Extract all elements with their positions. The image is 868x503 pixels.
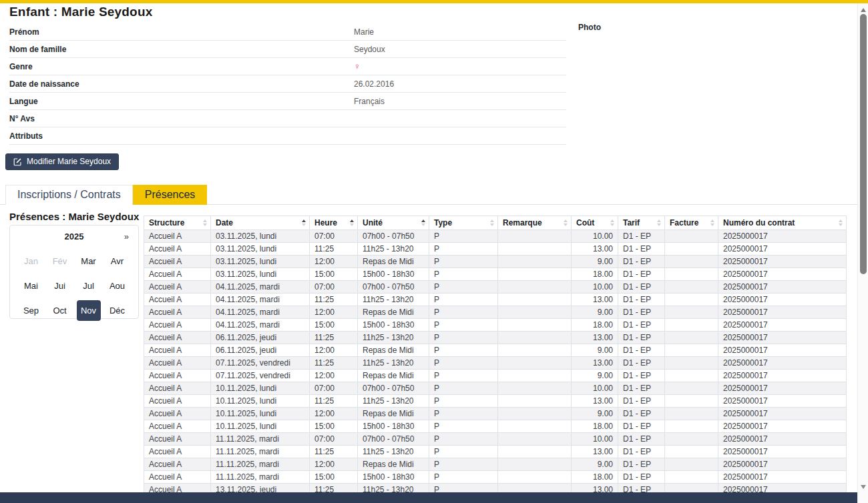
cell: 13.00	[572, 446, 618, 458]
cell: P	[429, 433, 498, 446]
cell: P	[429, 357, 498, 370]
cell: Accueil A	[144, 344, 211, 357]
table-row[interactable]: Accueil A04.11.2025, mardi11:2511h25 - 1…	[144, 294, 847, 306]
cell: 10.11.2025, lundi	[211, 382, 310, 395]
cell: 15h00 - 18h30	[358, 471, 429, 484]
column-label: Facture	[670, 218, 698, 227]
month-nov[interactable]: Nov	[77, 300, 101, 321]
cell: Accueil A	[144, 382, 211, 395]
table-row[interactable]: Accueil A04.11.2025, mardi12:00Repas de …	[144, 306, 847, 319]
column-header-type[interactable]: Type	[429, 216, 498, 230]
tab-presences[interactable]: Présences	[133, 185, 208, 205]
form-label: Genre	[9, 62, 354, 71]
column-header-facture[interactable]: Facture	[665, 216, 718, 230]
cell: 07.11.2025, vendredi	[211, 370, 310, 382]
cell: 2025000017	[718, 332, 847, 344]
form-label: Nom de famille	[9, 45, 354, 54]
table-row[interactable]: Accueil A03.11.2025, lundi15:0015h00 - 1…	[144, 268, 847, 281]
cell: 07h00 - 07h50	[358, 382, 429, 395]
top-accent-bar	[0, 0, 868, 3]
table-row[interactable]: Accueil A10.11.2025, lundi15:0015h00 - 1…	[144, 420, 847, 433]
cell: 11:25	[310, 243, 358, 256]
pencil-square-icon	[13, 157, 22, 166]
cell: 10.00	[572, 433, 618, 446]
column-header-co-t[interactable]: Coût	[572, 216, 618, 230]
column-header-unit-[interactable]: Unité	[358, 216, 429, 230]
column-header-structure[interactable]: Structure	[144, 216, 211, 230]
table-row[interactable]: Accueil A04.11.2025, mardi15:0015h00 - 1…	[144, 319, 847, 332]
month-sep[interactable]: Sep	[19, 300, 43, 321]
sort-down-arrow	[302, 223, 306, 226]
month-oct[interactable]: Oct	[48, 300, 72, 321]
column-header-heure[interactable]: Heure	[310, 216, 358, 230]
month-aou[interactable]: Aou	[105, 276, 130, 296]
table-row[interactable]: Accueil A03.11.2025, lundi07:0007h00 - 0…	[144, 230, 847, 243]
cell	[498, 332, 572, 344]
cell	[665, 332, 718, 344]
modify-child-button[interactable]: Modifier Marie Seydoux	[5, 153, 119, 170]
column-header-remarque[interactable]: Remarque	[498, 216, 572, 230]
table-row[interactable]: Accueil A10.11.2025, lundi12:00Repas de …	[144, 408, 847, 420]
table-row[interactable]: Accueil A06.11.2025, jeudi12:00Repas de …	[144, 344, 847, 357]
month-avr[interactable]: Avr	[105, 251, 130, 272]
month-mai[interactable]: Mai	[19, 276, 43, 296]
month-mar[interactable]: Mar	[77, 251, 101, 272]
column-header-date[interactable]: Date	[211, 216, 310, 230]
table-row[interactable]: Accueil A07.11.2025, vendredi12:00Repas …	[144, 370, 847, 382]
cell: P	[429, 256, 498, 268]
table-row[interactable]: Accueil A03.11.2025, lundi12:00Repas de …	[144, 256, 847, 268]
sort-down-arrow	[203, 223, 207, 226]
cell: 15h00 - 18h30	[358, 319, 429, 332]
cell: Accueil A	[144, 370, 211, 382]
month-fév[interactable]: Fév	[48, 251, 72, 272]
calendar-year[interactable]: 2025	[17, 231, 132, 241]
sort-up-arrow	[710, 219, 714, 222]
cell: Repas de Midi	[358, 256, 429, 268]
cell: Accueil A	[144, 332, 211, 344]
cell: 11.11.2025, mardi	[211, 446, 310, 458]
tab-inscriptions-contrats[interactable]: Inscriptions / Contrats	[5, 185, 133, 205]
cell: 2025000017	[718, 306, 847, 319]
table-row[interactable]: Accueil A10.11.2025, lundi11:2511h25 - 1…	[144, 395, 847, 408]
cell: Accueil A	[144, 294, 211, 306]
table-row[interactable]: Accueil A04.11.2025, mardi07:0007h00 - 0…	[144, 281, 847, 294]
cell: 10.11.2025, lundi	[211, 395, 310, 408]
page-scrollbar[interactable]	[857, 3, 868, 503]
cell: 9.00	[572, 408, 618, 420]
cell: 2025000017	[718, 370, 847, 382]
column-header-num-ro-du-contrat[interactable]: Numéro du contrat	[718, 216, 847, 230]
scrollbar-thumb[interactable]	[860, 14, 867, 274]
next-year-button[interactable]: »	[124, 231, 129, 242]
table-row[interactable]: Accueil A11.11.2025, mardi07:0007h00 - 0…	[144, 433, 847, 446]
month-jan[interactable]: Jan	[19, 251, 43, 272]
cell: 18.00	[572, 268, 618, 281]
table-row[interactable]: Accueil A10.11.2025, lundi07:0007h00 - 0…	[144, 382, 847, 395]
table-row[interactable]: Accueil A03.11.2025, lundi11:2511h25 - 1…	[144, 243, 847, 256]
cell: 2025000017	[718, 433, 847, 446]
cell: 11.11.2025, mardi	[211, 471, 310, 484]
sort-down-arrow	[350, 223, 354, 226]
cell: 12:00	[310, 306, 358, 319]
month-jui[interactable]: Jui	[48, 276, 72, 296]
table-row[interactable]: Accueil A07.11.2025, vendredi11:2511h25 …	[144, 357, 847, 370]
cell: 18.00	[572, 420, 618, 433]
month-déc[interactable]: Déc	[105, 300, 130, 321]
cell: P	[429, 230, 498, 243]
scroll-down-icon[interactable]	[861, 485, 866, 489]
table-row[interactable]: Accueil A11.11.2025, mardi11:2511h25 - 1…	[144, 446, 847, 458]
cell: 11:25	[310, 395, 358, 408]
sort-down-arrow	[610, 223, 614, 226]
month-jul[interactable]: Jul	[77, 276, 101, 296]
cell: 12:00	[310, 256, 358, 268]
cell: Accueil A	[144, 306, 211, 319]
cell	[665, 268, 718, 281]
scroll-up-icon[interactable]	[861, 8, 866, 12]
cell: D1 - EP	[618, 357, 665, 370]
table-row[interactable]: Accueil A11.11.2025, mardi12:00Repas de …	[144, 458, 847, 471]
cell: 11h25 - 13h20	[358, 357, 429, 370]
column-header-tarif[interactable]: Tarif	[618, 216, 665, 230]
cell: D1 - EP	[618, 243, 665, 256]
table-row[interactable]: Accueil A06.11.2025, jeudi11:2511h25 - 1…	[144, 332, 847, 344]
cell: 03.11.2025, lundi	[211, 230, 310, 243]
table-row[interactable]: Accueil A11.11.2025, mardi15:0015h00 - 1…	[144, 471, 847, 484]
